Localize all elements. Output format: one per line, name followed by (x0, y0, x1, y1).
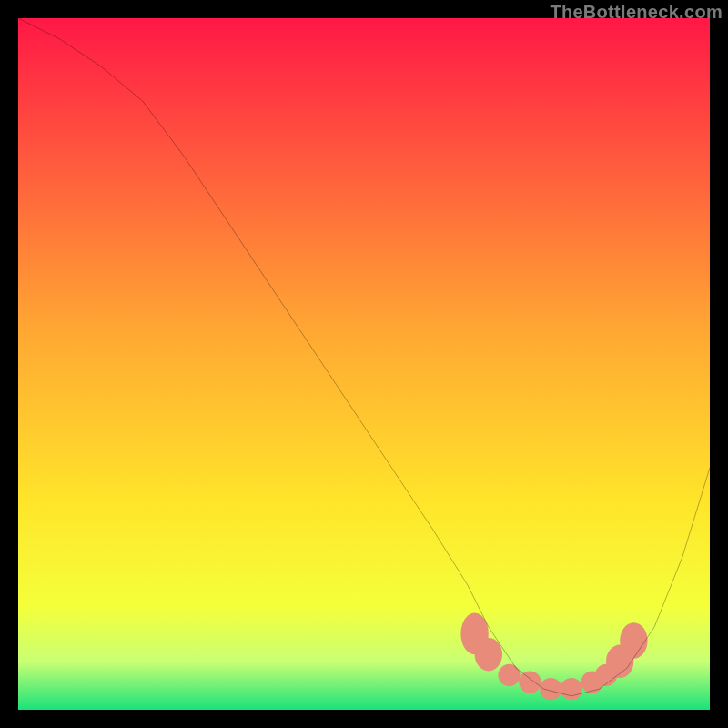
curve-marker (561, 678, 582, 700)
bottleneck-chart (18, 18, 710, 710)
chart-background (18, 18, 710, 710)
curve-marker (519, 671, 541, 693)
curve-marker (475, 638, 502, 671)
curve-marker (540, 678, 561, 700)
curve-marker (620, 622, 647, 659)
chart-frame: TheBottleneck.com (0, 0, 728, 728)
curve-marker (498, 664, 520, 686)
